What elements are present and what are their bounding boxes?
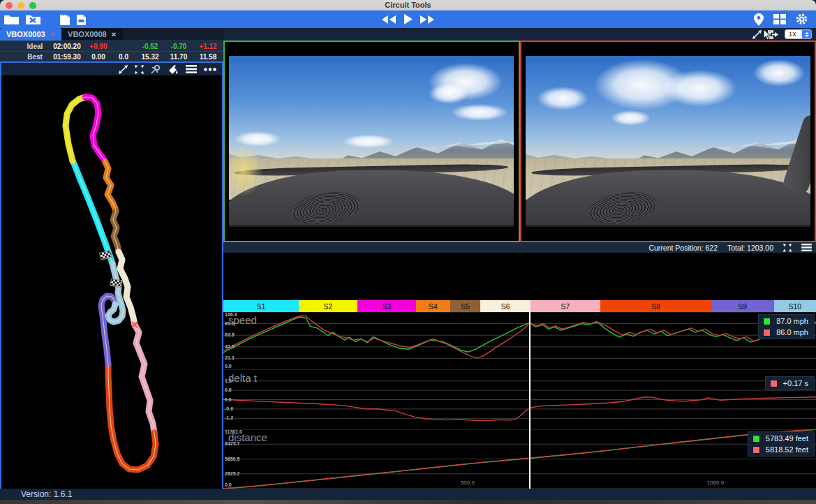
speed-chart[interactable]: 106.385.063.842.521.30.0speed87.0 mph86.… xyxy=(223,312,816,370)
lap-table-cell: 15.32 xyxy=(135,53,165,61)
tab-vbox0003[interactable]: VBOX0003✕ xyxy=(0,28,61,40)
legend-entry: 5818.52 feet xyxy=(752,445,808,454)
charts-area: 106.385.063.842.521.30.0speed87.0 mph86.… xyxy=(223,312,816,489)
close-file-icon[interactable] xyxy=(26,14,40,24)
fast-forward-button[interactable] xyxy=(420,15,435,24)
lap-row-label: Ideal xyxy=(21,43,49,50)
pin-icon[interactable] xyxy=(151,64,161,74)
tab-label: VBOX0008 xyxy=(68,30,107,38)
export-csv-document-icon[interactable] xyxy=(77,14,86,25)
tab-close-icon[interactable]: ✕ xyxy=(111,31,117,38)
resize-diagonal-icon[interactable] xyxy=(119,65,128,74)
legend-color-swatch xyxy=(752,446,760,454)
titlebar: Circuit Tools xyxy=(0,0,816,10)
sector-s6[interactable]: S6 xyxy=(480,300,530,312)
sector-s4[interactable]: S4 xyxy=(416,300,450,312)
settings-gear-icon[interactable] xyxy=(796,13,808,25)
total-label: Total: 1203.00 xyxy=(727,244,773,252)
video-strip xyxy=(223,40,816,242)
status-bar: Version: 1.6.1 xyxy=(0,489,816,500)
legend-value: 5783.49 feet xyxy=(766,434,808,443)
lap-table-cell: -0.52 xyxy=(135,43,165,50)
chart-legend: 87.0 mph86.0 mph xyxy=(758,314,815,339)
tab-vbox0008[interactable]: VBOX0008✕ xyxy=(61,28,123,40)
graph-fullscreen-icon[interactable] xyxy=(783,244,792,252)
sector-s1[interactable]: S1 xyxy=(223,300,299,312)
x-tick-label: 1000.0 xyxy=(707,480,724,486)
video-feed-vbox0008 xyxy=(520,40,816,242)
menu-hamburger-icon[interactable] xyxy=(186,65,197,73)
delta-t-chart[interactable]: 1.20.60.0-0.6-1.2delta t+0.17 s xyxy=(223,370,816,429)
track-map[interactable] xyxy=(0,75,223,489)
chart-title-speed: speed xyxy=(228,314,257,326)
sector-s9[interactable]: S9 xyxy=(711,300,774,312)
sector-s5[interactable]: S5 xyxy=(450,300,480,312)
graph-empty-area xyxy=(223,253,816,300)
legend-value: 5818.52 feet xyxy=(766,445,808,454)
main-toolbar xyxy=(0,10,816,28)
sector-s8[interactable]: S8 xyxy=(600,300,711,312)
y-tick-label: 2825.2 xyxy=(225,471,239,476)
report-document-icon[interactable] xyxy=(60,13,70,25)
lap-table-cell: +1.12 xyxy=(193,43,223,50)
lap-table-cell: 02:00.20 xyxy=(49,43,85,50)
legend-value: 87.0 mph xyxy=(776,317,808,325)
lap-table-cell: 0.0 xyxy=(112,53,135,61)
y-tick-label: 5650.5 xyxy=(225,457,239,461)
layout-grid-icon[interactable] xyxy=(773,14,786,24)
rewind-button[interactable] xyxy=(381,15,396,24)
app-window: Circuit Tools xyxy=(0,0,816,500)
legend-value: +0.17 s xyxy=(783,379,808,387)
session-tabbar: VBOX0003✕VBOX0008✕ xyxy=(0,28,223,40)
lap-row-label: Best xyxy=(21,53,49,61)
sector-s10[interactable]: S10 xyxy=(774,300,816,312)
sector-s2[interactable]: S2 xyxy=(299,300,357,312)
y-tick-label: -1.2 xyxy=(225,415,233,420)
left-panel: VBOX0003✕VBOX0008✕ Ideal02:00.20+0.90-0.… xyxy=(0,28,223,489)
lap-table-cell: 0.00 xyxy=(85,53,112,61)
sector-s3[interactable]: S3 xyxy=(357,300,416,312)
map-location-icon[interactable] xyxy=(754,13,764,26)
chart-title-distance: distance xyxy=(228,431,267,443)
y-tick-label: 42.5 xyxy=(225,344,235,349)
legend-color-swatch xyxy=(752,435,760,443)
lap-table-row-best: Best01:59.300.000.015.3211.7011.58 xyxy=(0,51,223,61)
lap-table-cell: 01:59.30 xyxy=(49,53,85,61)
legend-entry: 5783.49 feet xyxy=(752,434,808,443)
version-label: Version: 1.6.1 xyxy=(21,489,72,499)
playhead-cursor[interactable] xyxy=(529,312,531,489)
fullscreen-icon[interactable] xyxy=(135,65,144,74)
video-feed-vbox0003 xyxy=(223,40,520,242)
y-tick-label: 21.3 xyxy=(225,355,235,360)
video-export-icon[interactable] xyxy=(768,30,778,39)
sector-bar[interactable]: S1S2S3S4S5S6S7S8S9S10 xyxy=(223,300,816,312)
tab-label: VBOX0003 xyxy=(6,30,45,38)
video-header: 1X xyxy=(223,28,816,40)
open-folder-icon[interactable] xyxy=(4,14,19,24)
lap-table-cell: +0.90 xyxy=(85,43,112,50)
chart-legend: +0.17 s xyxy=(765,376,815,390)
legend-color-swatch xyxy=(770,380,778,387)
more-options-icon[interactable] xyxy=(204,68,216,71)
legend-color-swatch xyxy=(763,318,771,325)
y-tick-label: 63.8 xyxy=(225,332,235,337)
y-tick-label: 0.6 xyxy=(225,387,232,392)
legend-entry: 86.0 mph xyxy=(763,328,808,336)
graph-menu-icon[interactable] xyxy=(801,244,812,251)
tab-close-icon[interactable]: ✕ xyxy=(50,31,55,38)
play-button[interactable] xyxy=(403,14,413,24)
distance-chart[interactable]: 11301.08475.75650.52825.20.0500.01000.0d… xyxy=(223,429,816,489)
lap-table-cell: 11.58 xyxy=(193,53,223,61)
right-panel: 1X xyxy=(223,28,816,489)
playback-speed-spinner[interactable]: 1X xyxy=(785,29,812,39)
legend-entry: 87.0 mph xyxy=(763,317,808,325)
current-position-label: Current Position: 622 xyxy=(648,244,718,252)
sector-s7[interactable]: S7 xyxy=(531,300,600,312)
paint-bucket-icon[interactable] xyxy=(168,65,179,74)
legend-color-swatch xyxy=(763,329,771,336)
graph-header: Current Position: 622 Total: 1203.00 xyxy=(223,242,816,253)
video-resize-diagonal-icon[interactable] xyxy=(752,30,762,39)
y-tick-label: 0.0 xyxy=(225,482,232,487)
lap-times-table: Ideal02:00.20+0.90-0.52-0.70+1.12Best01:… xyxy=(0,40,223,61)
spinner-stepper-icon[interactable] xyxy=(802,29,811,39)
